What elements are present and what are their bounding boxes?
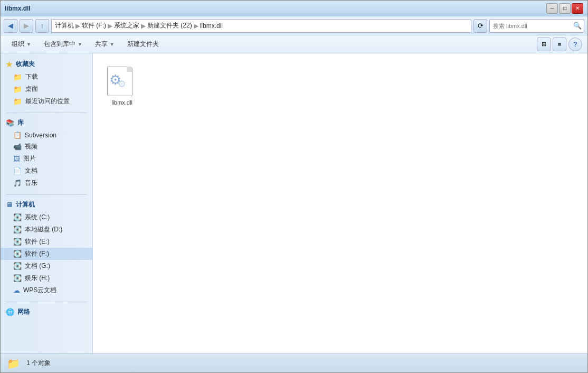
sidebar-item-drive-h[interactable]: 💽 娱乐 (H:) xyxy=(1,272,92,284)
network-icon: 🌐 xyxy=(6,308,14,316)
breadcrumb-folder2[interactable]: 新建文件夹 (22) xyxy=(147,21,192,30)
sidebar: ★ 收藏夹 📁 下载 📁 桌面 📁 最近访问的位置 📚 库 xyxy=(1,53,93,353)
lib-icon: 📋 xyxy=(13,131,22,139)
close-button[interactable]: ✕ xyxy=(572,3,583,14)
drive-active-icon: 💽 xyxy=(13,250,22,258)
cloud-icon: ☁ xyxy=(13,286,20,294)
computer-section: 🖥 计算机 💽 系统 (C:) 💽 本地磁盘 (D:) 💽 软件 (E:) 💽 … xyxy=(1,198,92,296)
gear-small-icon: ⚙ xyxy=(118,78,126,90)
sidebar-item-subversion[interactable]: 📋 Subversion xyxy=(1,129,92,141)
organize-button[interactable]: 组织 ▼ xyxy=(6,38,37,51)
sidebar-item-drive-d[interactable]: 💽 本地磁盘 (D:) xyxy=(1,223,92,236)
dll-icon: ⚙ ⚙ xyxy=(107,64,137,96)
folder-icon: 📁 xyxy=(13,97,22,106)
view-toggle-button[interactable]: ≡ xyxy=(553,38,566,51)
lib-icon: 🖼 xyxy=(13,155,20,163)
drive-icon: 💽 xyxy=(13,213,22,221)
file-name: libmx.dll xyxy=(111,99,132,106)
status-bar: 📁 1 个对象 xyxy=(1,353,587,372)
back-button[interactable]: ◀ xyxy=(4,19,17,33)
sidebar-divider-3 xyxy=(6,302,87,302)
main-area: ★ 收藏夹 📁 下载 📁 桌面 📁 最近访问的位置 📚 库 xyxy=(1,53,587,353)
share-button[interactable]: 共享 ▼ xyxy=(89,38,120,51)
window-title: libmx.dll xyxy=(5,5,31,12)
sidebar-item-music[interactable]: 🎵 音乐 xyxy=(1,177,92,189)
toolbar: 组织 ▼ 包含到库中 ▼ 共享 ▼ 新建文件夹 ⊞ ≡ ? xyxy=(1,35,587,53)
sidebar-item-drive-g[interactable]: 💽 文档 (G:) xyxy=(1,260,92,272)
sidebar-item-drive-f[interactable]: 💽 软件 (F:) xyxy=(1,248,92,260)
library-header: 📚 库 xyxy=(1,116,92,129)
file-grid: ⚙ ⚙ libmx.dll xyxy=(101,61,580,346)
network-header: 🌐 网络 xyxy=(1,305,92,319)
library-icon: 📚 xyxy=(6,119,14,127)
star-icon: ★ xyxy=(6,60,13,69)
breadcrumb-drive[interactable]: 软件 (F:) xyxy=(82,21,106,30)
search-icon[interactable]: 🔍 xyxy=(571,20,584,32)
address-bar: ◀ ▶ ↑ 计算机 ▶ 软件 (F:) ▶ 系统之家 ▶ 新建文件夹 (22) … xyxy=(1,16,587,35)
drive-icon: 💽 xyxy=(13,226,22,234)
file-icon-dll: ⚙ ⚙ xyxy=(105,63,139,97)
sidebar-item-documents[interactable]: 📄 文档 xyxy=(1,165,92,177)
toolbar-right: ⊞ ≡ ? xyxy=(537,38,582,51)
network-section: 🌐 网络 xyxy=(1,305,92,319)
breadcrumb[interactable]: 计算机 ▶ 软件 (F:) ▶ 系统之家 ▶ 新建文件夹 (22) ▶ libm… xyxy=(51,19,471,33)
window-controls: ─ □ ✕ xyxy=(546,3,583,14)
sidebar-item-desktop[interactable]: 📁 桌面 xyxy=(1,83,92,95)
help-button[interactable]: ? xyxy=(568,38,582,51)
music-icon: 🎵 xyxy=(13,179,22,187)
library-section: 📚 库 📋 Subversion 📹 视频 🖼 图片 📄 文档 🎵 音乐 xyxy=(1,116,92,189)
breadcrumb-computer[interactable]: 计算机 xyxy=(55,21,74,30)
maximize-button[interactable]: □ xyxy=(559,3,571,14)
lib-icon: 📹 xyxy=(13,143,22,151)
drive-icon: 💽 xyxy=(13,262,22,270)
status-folder-icon: 📁 xyxy=(7,357,20,370)
new-folder-button[interactable]: 新建文件夹 xyxy=(121,38,165,51)
sidebar-item-wps[interactable]: ☁ WPS云文档 xyxy=(1,284,92,296)
forward-button[interactable]: ▶ xyxy=(20,19,33,33)
breadcrumb-folder1[interactable]: 系统之家 xyxy=(114,21,139,30)
sidebar-item-recent[interactable]: 📁 最近访问的位置 xyxy=(1,95,92,107)
computer-icon: 🖥 xyxy=(6,201,13,209)
file-area: ⚙ ⚙ libmx.dll xyxy=(93,53,587,353)
search-bar: 🔍 xyxy=(489,19,584,33)
favorites-section: ★ 收藏夹 📁 下载 📁 桌面 📁 最近访问的位置 xyxy=(1,58,92,107)
search-input[interactable] xyxy=(490,23,571,29)
sidebar-item-video[interactable]: 📹 视频 xyxy=(1,141,92,153)
drive-icon: 💽 xyxy=(13,274,22,282)
refresh-button[interactable]: ⟳ xyxy=(473,19,487,33)
status-text: 1 个对象 xyxy=(26,359,51,368)
lib-icon: 📄 xyxy=(13,167,22,175)
file-item-libmx[interactable]: ⚙ ⚙ libmx.dll xyxy=(101,61,143,108)
title-bar: libmx.dll ─ □ ✕ xyxy=(1,1,587,16)
up-button[interactable]: ↑ xyxy=(35,19,49,33)
sidebar-item-download[interactable]: 📁 下载 xyxy=(1,71,92,83)
sidebar-item-drive-e[interactable]: 💽 软件 (E:) xyxy=(1,236,92,248)
view-options-button[interactable]: ⊞ xyxy=(537,38,551,51)
sidebar-divider-2 xyxy=(6,194,87,195)
folder-icon: 📁 xyxy=(13,85,22,94)
computer-header: 🖥 计算机 xyxy=(1,198,92,211)
sidebar-divider-1 xyxy=(6,113,87,113)
minimize-button[interactable]: ─ xyxy=(546,3,558,14)
sidebar-item-drive-c[interactable]: 💽 系统 (C:) xyxy=(1,211,92,223)
sidebar-item-pictures[interactable]: 🖼 图片 xyxy=(1,153,92,165)
folder-icon: 📁 xyxy=(13,73,22,81)
favorites-header: ★ 收藏夹 xyxy=(1,58,92,71)
drive-icon: 💽 xyxy=(13,238,22,246)
add-to-library-button[interactable]: 包含到库中 ▼ xyxy=(38,38,88,51)
breadcrumb-file[interactable]: libmx.dll xyxy=(200,22,223,30)
